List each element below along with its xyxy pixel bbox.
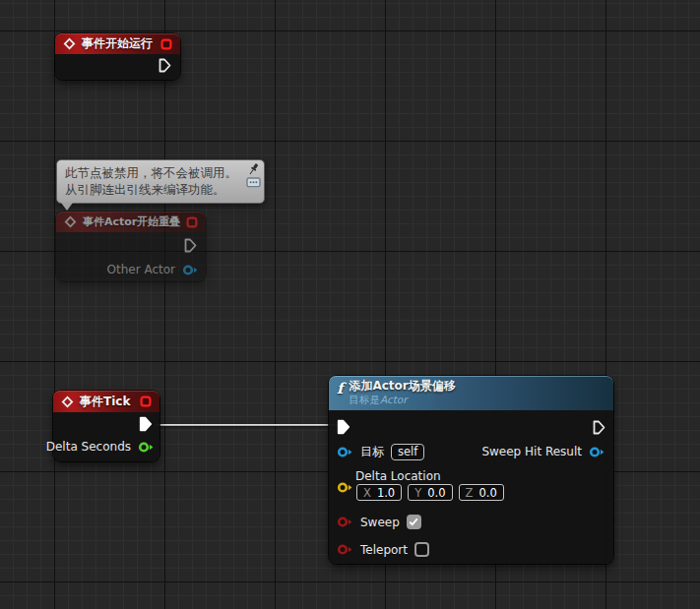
node-add-actor-world-offset[interactable]: f 添加Actor场景偏移 目标是Actor 目标 self Sweep Hit… <box>329 376 613 564</box>
teleport-checkbox[interactable] <box>414 542 429 557</box>
pin-label-teleport: Teleport <box>360 543 408 557</box>
vector-x-field[interactable]: X 1.0 <box>356 484 402 501</box>
exec-out-pin[interactable] <box>139 416 153 432</box>
node-event-beginplay[interactable]: 事件开始运行 <box>55 33 180 80</box>
event-diamond-icon <box>64 215 77 228</box>
pin-label-target: 目标 <box>360 444 384 460</box>
exec-out-pin[interactable] <box>159 58 171 73</box>
vector-y-value: 0.0 <box>427 486 445 500</box>
node-header: f 添加Actor场景偏移 目标是Actor <box>329 376 613 410</box>
pin-label-delta-seconds: Delta Seconds <box>46 440 131 454</box>
teleport-bool-pin[interactable] <box>337 543 353 556</box>
tooltip-tail <box>61 203 73 211</box>
pushpin-icon[interactable] <box>247 162 260 176</box>
other-actor-object-pin[interactable] <box>182 264 199 276</box>
target-value-box[interactable]: self <box>391 444 424 460</box>
event-diamond-icon <box>63 37 76 50</box>
sweep-bool-pin[interactable] <box>337 516 353 528</box>
vector-y-field[interactable]: Y 0.0 <box>408 484 452 501</box>
vector-x-label: X <box>363 486 371 500</box>
delta-seconds-float-pin[interactable] <box>138 441 155 454</box>
vector-y-label: Y <box>414 486 421 500</box>
pin-label-sweep-hit-result: Sweep Hit Result <box>481 445 582 458</box>
vector-z-value: 0.0 <box>478 486 496 500</box>
tooltip-line: 此节点被禁用，将不会被调用。 <box>65 164 256 181</box>
target-object-pin[interactable] <box>337 446 353 458</box>
node-event-actorbeginoverlap[interactable]: 事件Actor开始重叠 Other Actor <box>56 212 206 281</box>
sweep-hit-result-pin[interactable] <box>589 446 605 458</box>
vector-z-field[interactable]: Z 0.0 <box>459 484 504 501</box>
node-header: 事件开始运行 <box>55 33 180 54</box>
exec-in-pin[interactable] <box>337 419 350 435</box>
node-title: 事件开始运行 <box>82 35 155 52</box>
vector-x-value: 1.0 <box>377 486 395 500</box>
comment-bubble-icon <box>246 177 261 189</box>
event-marker-icon <box>186 216 198 228</box>
node-subtitle: 目标是Actor <box>349 394 455 406</box>
node-header: 事件Tick <box>53 391 159 412</box>
blueprint-graph-canvas[interactable]: 事件开始运行 此节点被禁用，将不会被调用。 从引脚连出引线来编译功能。 <box>0 0 700 609</box>
node-title: 添加Actor场景偏移 <box>349 379 455 394</box>
check-icon <box>409 518 418 526</box>
event-diamond-icon <box>61 396 74 408</box>
sweep-checkbox[interactable] <box>407 515 421 529</box>
exec-out-pin[interactable] <box>184 238 197 253</box>
pin-label-other-actor: Other Actor <box>107 263 175 276</box>
disabled-node-tooltip: 此节点被禁用，将不会被调用。 从引脚连出引线来编译功能。 <box>56 159 265 204</box>
node-title: 事件Tick <box>80 394 134 410</box>
pin-label-sweep: Sweep <box>360 516 400 529</box>
tooltip-line: 从引脚连出引线来编译功能。 <box>65 181 256 198</box>
delta-location-vector-pin[interactable] <box>337 481 353 494</box>
exec-wire[interactable] <box>155 424 340 426</box>
node-event-tick[interactable]: 事件Tick Delta Seconds <box>53 391 159 461</box>
function-f-icon: f <box>337 382 343 396</box>
node-title: 事件Actor开始重叠 <box>83 214 180 229</box>
node-header: 事件Actor开始重叠 <box>56 212 206 232</box>
pin-label-delta-location: Delta Location <box>355 469 441 483</box>
vector-z-label: Z <box>466 486 474 500</box>
event-marker-icon <box>160 38 172 50</box>
event-marker-icon <box>140 396 152 407</box>
exec-out-pin[interactable] <box>593 420 605 435</box>
